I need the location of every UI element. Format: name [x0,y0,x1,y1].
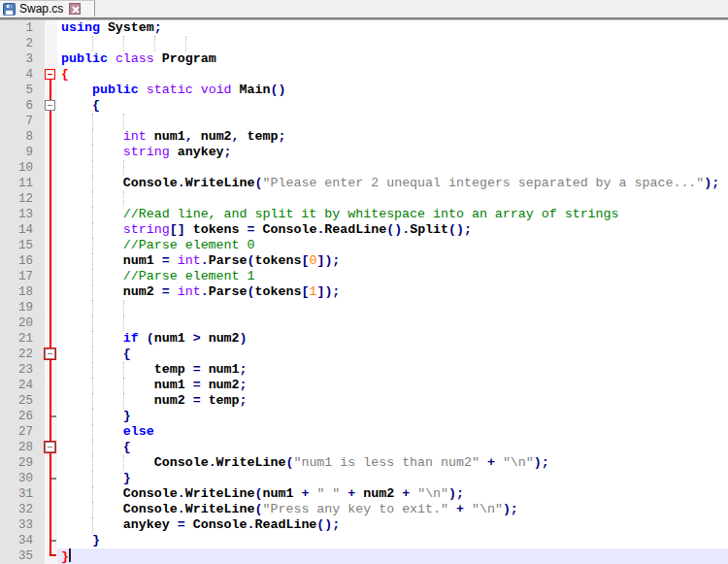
close-icon[interactable] [69,3,81,15]
fold-marker[interactable] [45,347,57,362]
line-number[interactable]: 10 [0,160,45,176]
fold-margin-cell[interactable] [45,176,57,191]
code-text[interactable]: string anykey; [57,145,728,160]
line-number[interactable]: 14 [0,222,45,238]
line-number[interactable]: 25 [0,393,45,409]
fold-marker[interactable] [45,67,57,83]
code-line[interactable]: 24 num1 = num2; [0,378,728,393]
code-text[interactable]: anykey = Console.ReadLine(); [57,517,728,533]
code-line[interactable]: 11 Console.WriteLine("Please enter 2 une… [0,176,728,191]
line-number[interactable]: 34 [0,533,45,548]
code-text[interactable]: public class Program [57,51,728,67]
code-line[interactable]: 14 string[] tokens = Console.ReadLine().… [0,222,728,238]
line-number[interactable]: 9 [0,145,45,160]
code-text[interactable]: else [57,424,728,440]
fold-collapse-icon[interactable] [45,348,55,359]
line-number[interactable]: 8 [0,129,45,145]
code-text[interactable]: } [57,409,728,424]
line-number[interactable]: 15 [0,238,45,253]
line-number[interactable]: 5 [0,83,45,98]
code-line[interactable]: 29 Console.WriteLine("num1 is less than … [0,455,728,471]
fold-margin-cell[interactable] [45,486,57,502]
code-text[interactable] [57,315,728,331]
code-text[interactable] [57,160,728,176]
code-line[interactable]: 13 //Read line, and split it by whitespa… [0,207,728,222]
code-line[interactable]: 17 //Parse element 1 [0,269,728,284]
code-text[interactable] [57,300,728,315]
fold-margin-cell[interactable] [45,129,57,145]
line-number[interactable]: 17 [0,269,45,284]
tab-swap-cs[interactable]: Swap.cs [0,0,95,17]
line-number[interactable]: 12 [0,191,45,207]
code-line[interactable]: 18 num2 = int.Parse(tokens[1]); [0,284,728,300]
fold-margin-cell[interactable] [45,191,57,207]
line-number[interactable]: 1 [0,20,45,36]
code-line[interactable]: 23 temp = num1; [0,362,728,378]
code-line[interactable]: 25 num2 = temp; [0,393,728,409]
code-line[interactable]: 19 [0,300,728,315]
fold-margin-cell[interactable] [45,222,57,238]
fold-margin-cell[interactable] [45,517,57,533]
line-number[interactable]: 11 [0,176,45,191]
code-text[interactable]: } [57,548,728,564]
code-text[interactable] [57,36,728,51]
code-text[interactable]: } [57,471,728,486]
fold-marker[interactable] [45,98,57,114]
fold-margin-cell[interactable] [45,160,57,176]
code-line[interactable]: 22 { [0,347,728,362]
code-text[interactable]: using System; [57,20,728,36]
code-text[interactable]: Console.WriteLine("num1 is less than num… [57,455,728,471]
line-number[interactable]: 2 [0,36,45,51]
fold-margin-cell[interactable] [45,253,57,269]
code-line[interactable]: 31 Console.WriteLine(num1 + " " + num2 +… [0,486,728,502]
line-number[interactable]: 26 [0,409,45,424]
code-line[interactable]: 8 int num1, num2, temp; [0,129,728,145]
code-text[interactable]: string[] tokens = Console.ReadLine().Spl… [57,222,728,238]
code-line[interactable]: 34 } [0,533,728,548]
line-number[interactable]: 18 [0,284,45,300]
code-line[interactable]: 6 { [0,98,728,114]
code-line[interactable]: 1using System; [0,20,728,36]
fold-margin-cell[interactable] [45,378,57,393]
code-text[interactable] [57,191,728,207]
fold-margin-cell[interactable] [45,145,57,160]
line-number[interactable]: 28 [0,440,45,455]
fold-marker[interactable] [45,409,57,424]
code-text[interactable]: { [57,98,728,114]
fold-margin-cell[interactable] [45,300,57,315]
line-number[interactable]: 23 [0,362,45,378]
code-line[interactable]: 20 [0,315,728,331]
fold-margin-cell[interactable] [45,20,57,36]
code-text[interactable]: Console.WriteLine(num1 + " " + num2 + "\… [57,486,728,502]
code-line[interactable]: 3public class Program [0,51,728,67]
code-text[interactable]: Console.WriteLine("Please enter 2 unequa… [57,176,728,191]
fold-margin-cell[interactable] [45,269,57,284]
line-number[interactable]: 35 [0,548,45,564]
code-line[interactable]: 35} [0,548,728,564]
line-number[interactable]: 29 [0,455,45,471]
fold-margin-cell[interactable] [45,393,57,409]
code-line[interactable]: 21 if (num1 > num2) [0,331,728,347]
line-number[interactable]: 33 [0,517,45,533]
fold-collapse-icon[interactable] [45,69,55,80]
code-text[interactable]: //Read line, and split it by whitespace … [57,207,728,222]
line-number[interactable]: 3 [0,51,45,67]
code-line[interactable]: 16 num1 = int.Parse(tokens[0]); [0,253,728,269]
fold-margin-cell[interactable] [45,455,57,471]
code-line[interactable]: 4{ [0,67,728,83]
code-text[interactable]: } [57,533,728,548]
fold-collapse-icon[interactable] [45,100,55,111]
code-text[interactable]: //Parse element 1 [57,269,728,284]
fold-collapse-icon[interactable] [45,442,55,452]
code-text[interactable]: num1 = int.Parse(tokens[0]); [57,253,728,269]
line-number[interactable]: 7 [0,114,45,129]
code-text[interactable]: { [57,347,728,362]
fold-marker[interactable] [45,471,57,486]
line-number[interactable]: 20 [0,315,45,331]
code-line[interactable]: 2 [0,36,728,51]
code-line[interactable]: 33 anykey = Console.ReadLine(); [0,517,728,533]
code-text[interactable]: num2 = temp; [57,393,728,409]
code-text[interactable] [57,114,728,129]
fold-margin-cell[interactable] [45,315,57,331]
fold-marker[interactable] [45,440,57,455]
